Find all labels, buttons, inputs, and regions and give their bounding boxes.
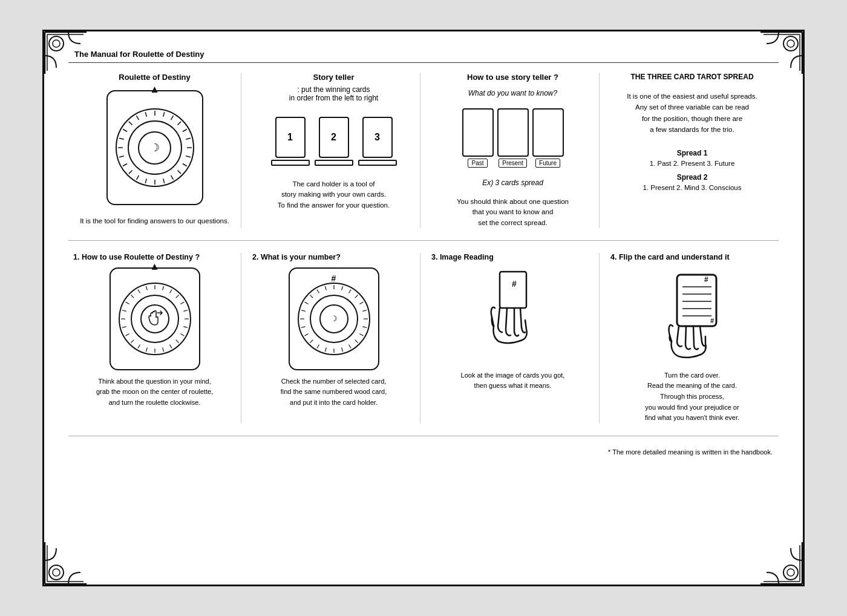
svg-line-37 (180, 302, 184, 304)
footer-divider (68, 436, 779, 436)
svg-point-8 (787, 569, 794, 576)
svg-line-55 (138, 289, 140, 293)
spread-cards-illustration: Past Present Future (462, 108, 564, 168)
svg-text:#: # (512, 279, 517, 289)
svg-line-43 (169, 344, 172, 348)
svg-point-2 (53, 40, 60, 47)
bot-col2-desc: Check the number of selected card, find … (281, 376, 387, 408)
svg-line-19 (171, 175, 173, 180)
section-divider (68, 240, 779, 241)
spread2-desc: 1. Present 2. Mind 3. Conscious (643, 184, 742, 191)
future-card-wrap: Future (532, 108, 564, 168)
svg-rect-81 (500, 272, 526, 308)
svg-line-79 (317, 289, 319, 293)
bottom-section: 1. How to use Roulette of Destiny ? (68, 253, 779, 424)
col3-ex-label: Ex) 3 cards spread (482, 179, 543, 187)
bot-col4-desc: Turn the card over. Read the meaning of … (645, 370, 739, 424)
card-holder-illustration: 1 2 3 (271, 117, 397, 166)
card-1: 1 (275, 117, 306, 158)
svg-line-18 (177, 170, 181, 174)
col-roulette: Roulette of Destiny (68, 73, 241, 228)
svg-line-12 (177, 122, 181, 125)
svg-line-47 (138, 344, 140, 348)
card-slot-2: 2 (315, 117, 353, 166)
svg-line-64 (362, 326, 367, 327)
svg-line-68 (341, 347, 342, 352)
svg-line-59 (348, 289, 351, 293)
svg-line-31 (136, 116, 139, 120)
svg-text:#: # (704, 275, 708, 284)
svg-line-16 (186, 156, 191, 157)
present-card (497, 108, 529, 157)
svg-line-17 (182, 164, 186, 166)
svg-line-56 (146, 286, 147, 290)
col2-title: Story teller (313, 73, 355, 82)
roulette-sm-outer-ring (119, 283, 191, 355)
manual-page: The Manual for Roulette of Destiny Roule… (42, 30, 805, 586)
svg-line-58 (341, 286, 342, 290)
svg-line-38 (183, 310, 188, 311)
bot-col2-title: 2. What is your number? (252, 253, 341, 261)
svg-line-42 (175, 339, 178, 342)
svg-point-4 (787, 40, 794, 47)
past-card (462, 108, 494, 157)
top-section: Roulette of Destiny (68, 73, 779, 228)
present-label: Present (499, 159, 526, 168)
svg-line-41 (180, 333, 184, 336)
svg-line-35 (169, 289, 172, 293)
bot-col-4: 4. Flip the card and understand it # # (606, 253, 779, 424)
svg-line-23 (136, 175, 139, 180)
roulette-outer-ring: ☽ (116, 108, 194, 187)
roulette-device-illustration: ☽ (106, 90, 203, 205)
svg-line-54 (131, 295, 134, 298)
bot-col1-desc: Think about the question in your mind, g… (96, 376, 213, 408)
svg-line-61 (359, 302, 363, 304)
svg-line-40 (183, 326, 188, 327)
card-3: 3 (362, 117, 393, 158)
corner-decoration-br (760, 542, 803, 585)
card-slot-3: 3 (358, 117, 397, 166)
col4-title: THE THREE CARD TAROT SPREAD (630, 73, 753, 81)
corner-decoration-tr (760, 31, 803, 74)
spread1-desc: 1. Past 2. Present 3. Future (650, 160, 735, 167)
svg-line-67 (348, 344, 351, 348)
svg-line-66 (355, 339, 358, 342)
svg-line-71 (317, 344, 319, 348)
svg-line-50 (122, 326, 126, 327)
svg-line-49 (125, 333, 129, 336)
svg-line-53 (125, 302, 129, 304)
svg-line-10 (163, 112, 164, 117)
hand-card-illustration: # (471, 267, 555, 364)
roulette-sm-notch (152, 264, 158, 270)
svg-line-36 (175, 295, 178, 298)
svg-line-62 (362, 310, 367, 311)
future-card (532, 108, 564, 157)
col4-intro: It is one of the easiest and useful spre… (627, 91, 757, 136)
svg-line-46 (146, 347, 147, 352)
col2-subtitle: : put the winning cards in order from th… (289, 85, 378, 102)
svg-line-26 (119, 156, 124, 157)
number-hash-top: # (332, 274, 336, 283)
svg-line-24 (128, 170, 132, 174)
card-base-3 (358, 160, 397, 166)
bot-col3-desc: Look at the image of cards you got, then… (461, 370, 565, 392)
svg-line-78 (310, 295, 313, 298)
col-howto: How to use story teller ? What do you wa… (427, 73, 600, 228)
col3-desc: You should think about one question that… (457, 197, 569, 228)
roulette-sm-illustration (110, 267, 200, 370)
card-base-2 (315, 160, 353, 166)
col1-desc: It is the tool for finding answers to ou… (80, 216, 229, 226)
svg-point-6 (53, 569, 60, 576)
svg-line-28 (119, 138, 124, 139)
svg-line-70 (325, 347, 326, 352)
svg-line-25 (123, 164, 127, 166)
svg-line-77 (304, 302, 308, 304)
svg-point-5 (49, 565, 64, 580)
col3-title: How to use story teller ? (467, 73, 558, 82)
corner-decoration-bl (44, 542, 87, 585)
card-slot-1: 1 (271, 117, 310, 166)
col-storyteller: Story teller : put the winning cards in … (247, 73, 420, 228)
svg-line-34 (162, 286, 163, 290)
present-card-wrap: Present (497, 108, 529, 168)
svg-line-60 (355, 295, 358, 298)
